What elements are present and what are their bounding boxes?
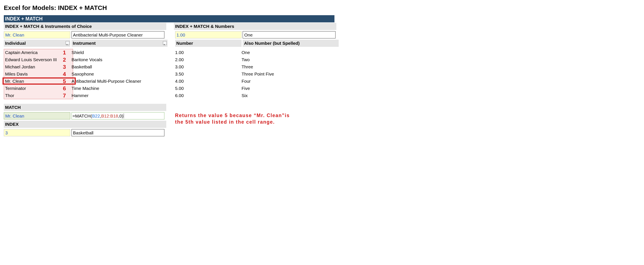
table-row: 3.50Three Point Five (174, 70, 336, 78)
individual-cell: Thor (4, 92, 70, 99)
match-formula-cell[interactable]: =MATCH(B22,B12:B18,0) (72, 112, 164, 120)
spelled-cell: Two (240, 56, 336, 63)
number-cell: 2.00 (174, 56, 240, 63)
index-lookup-input[interactable]: 3 (4, 129, 70, 136)
table-row: 1.00One (174, 49, 336, 56)
right-lookup-result: One (243, 31, 336, 38)
table-row: 6.00Six (174, 92, 336, 99)
table-row: Mr. Clean5Antibacterial Multi-Purpose Cl… (4, 78, 166, 85)
spelled-cell: One (240, 49, 336, 56)
left-col2-header: Instrument (72, 40, 168, 47)
match-heading: MATCH (4, 104, 166, 111)
table-row: Thor7Hammer (4, 92, 166, 99)
left-lookup-key-input[interactable]: Mr. Clean (4, 31, 70, 38)
number-cell: 4.00 (174, 78, 240, 85)
match-index-number: 2 (63, 56, 164, 63)
formula-arg2: B12:B18 (101, 114, 118, 118)
table-row: 4.00Four (174, 78, 336, 85)
individual-cell: Mr. Clean (4, 78, 70, 85)
table-row: 3.00Three (174, 63, 336, 70)
right-col1-header: Number (175, 40, 242, 47)
explainer-note: Returns the value 5 because “Mr. Clean”i… (175, 112, 338, 125)
table-row: Edward Louis Severson III2Baritone Vocal… (4, 56, 166, 63)
number-cell: 5.00 (174, 85, 240, 92)
page-title: Excel for Models: INDEX + MATCH (4, 4, 640, 12)
filter-icon[interactable] (163, 41, 167, 45)
note-line2: the 5th value listed in the cell range. (175, 119, 275, 125)
spelled-cell: Three Point Five (240, 70, 336, 78)
table-row: Miles Davis4Saxophone (4, 70, 166, 78)
match-lookup-input[interactable]: Mr. Clean (4, 112, 70, 120)
left-col1-header: Individual (4, 40, 70, 47)
number-cell: 3.50 (174, 70, 240, 78)
left-subheading: INDEX + MATCH & Instruments of Choice (4, 23, 166, 30)
individual-cell: Edward Louis Severson III (4, 56, 70, 63)
individual-cell: Terminator (4, 85, 70, 92)
table-row: Terminator6Time Machine (4, 85, 166, 92)
formula-arg1: B22 (92, 114, 100, 118)
match-index-number: 7 (63, 92, 164, 99)
individual-cell: Michael Jordan (4, 63, 70, 70)
match-index-number: 3 (63, 63, 164, 70)
section-header-band: INDEX + MATCH (4, 15, 334, 22)
match-index-number: 5 (63, 78, 164, 85)
match-index-number: 4 (63, 70, 164, 78)
number-cell: 3.00 (174, 63, 240, 70)
table-row: 5.00Five (174, 85, 336, 92)
spelled-cell: Four (240, 78, 336, 85)
left-col2-header-text: Instrument (73, 41, 96, 46)
note-line1: Returns the value 5 because “Mr. Clean”i… (175, 113, 290, 118)
left-lookup-result: Antibacterial Multi-Purpose Cleaner (72, 31, 164, 38)
filter-sort-icon[interactable] (66, 41, 70, 45)
match-index-number: 1 (63, 49, 164, 56)
individual-cell: Miles Davis (4, 70, 70, 78)
table-row: Captain America1Shield (4, 49, 166, 56)
spelled-cell: Six (240, 92, 336, 99)
index-heading: INDEX (4, 121, 166, 128)
individual-cell: Captain America (4, 49, 70, 56)
table-row: 2.00Two (174, 56, 336, 63)
table-row: Michael Jordan3Basketball (4, 63, 166, 70)
spelled-cell: Five (240, 85, 336, 92)
formula-post: ,0) (118, 114, 124, 118)
number-cell: 6.00 (174, 92, 240, 99)
left-col1-header-text: Individual (5, 41, 26, 46)
spelled-cell: Three (240, 63, 336, 70)
number-cell: 1.00 (174, 49, 240, 56)
right-subheading: INDEX + MATCH & Numbers (174, 23, 336, 30)
formula-text: =MATCH( (72, 114, 92, 118)
right-lookup-key-input[interactable]: 1.00 (175, 31, 242, 38)
right-col2-header: Also Number (but Spelled) (243, 40, 339, 47)
match-index-number: 6 (63, 85, 164, 92)
index-result: Basketball (72, 129, 164, 136)
